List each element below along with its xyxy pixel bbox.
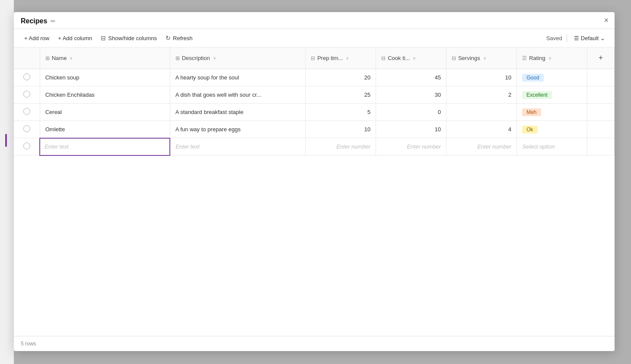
prep-col-icon: ⊟	[311, 55, 315, 61]
toolbar-right: Saved ☰ Default ⌄	[546, 33, 608, 43]
edit-title-icon[interactable]: ✏	[51, 18, 56, 25]
row4-serv-cell[interactable]: 4	[446, 121, 517, 138]
new-row-extra-cell	[587, 138, 615, 155]
new-row-desc-placeholder: Enter text	[175, 143, 200, 150]
new-row-cook-cell[interactable]: Enter number	[376, 138, 446, 155]
row4-prep-cell[interactable]: 10	[306, 121, 376, 138]
table-row: Chicken soup A hearty soup for the soul …	[14, 69, 615, 86]
row1-rating-badge: Good	[522, 74, 543, 82]
rating-col-label: Rating	[529, 55, 545, 61]
row2-name-cell[interactable]: Chicken Enchiladas	[40, 86, 170, 104]
add-row-button[interactable]: + Add row	[21, 33, 53, 44]
row4-checkbox-cell	[14, 121, 40, 138]
col-header-prep-time[interactable]: ⊟ Prep tim... ∨	[306, 47, 376, 69]
prep-col-label: Prep tim...	[317, 55, 343, 61]
row4-description-cell[interactable]: A fun way to prepare eggs	[170, 121, 306, 138]
toolbar-separator	[567, 34, 567, 42]
desc-col-label: Description	[182, 55, 210, 61]
modal-title: Recipes	[21, 17, 47, 25]
row3-checkbox-cell	[14, 104, 40, 121]
row3-serv-cell[interactable]	[446, 104, 517, 121]
row3-description-cell[interactable]: A standard breakfast staple	[170, 104, 306, 121]
default-view-button[interactable]: ☰ Default ⌄	[571, 33, 608, 43]
serv-col-icon: ⊟	[452, 55, 456, 61]
col-header-rating[interactable]: ☰ Rating ∨	[517, 47, 587, 69]
cook-sort-icon: ∨	[413, 56, 416, 60]
row1-cook-cell[interactable]: 45	[376, 69, 446, 86]
row2-cook-cell[interactable]: 30	[376, 86, 446, 104]
row2-radio[interactable]	[23, 91, 30, 98]
row1-rating-cell[interactable]: Good	[517, 69, 587, 86]
row3-extra-cell	[587, 104, 615, 121]
row3-name-cell[interactable]: Cereal	[40, 104, 170, 121]
row1-radio[interactable]	[23, 73, 30, 80]
add-column-plus-button[interactable]: +	[595, 52, 607, 64]
desc-col-icon: ⊞	[175, 55, 180, 61]
new-row-radio[interactable]	[23, 142, 30, 149]
row4-radio[interactable]	[23, 125, 30, 132]
refresh-button[interactable]: ↻ Refresh	[162, 32, 196, 44]
row4-rating-cell[interactable]: Ok	[517, 121, 587, 138]
row1-checkbox-cell	[14, 69, 40, 86]
col-header-cook-time[interactable]: ⊟ Cook ti... ∨	[376, 47, 446, 69]
table-header-row: ⊞ Name ∨ ⊞ Description ∨	[14, 47, 615, 69]
table-container: ⊞ Name ∨ ⊞ Description ∨	[14, 47, 615, 336]
new-row-prep-cell[interactable]: Enter number	[306, 138, 376, 155]
new-row-prep-placeholder: Enter number	[336, 143, 370, 150]
name-col-icon: ⊞	[45, 55, 50, 61]
name-sort-icon: ∨	[70, 56, 73, 60]
list-view-icon: ☰	[574, 35, 579, 41]
col-header-description[interactable]: ⊞ Description ∨	[170, 47, 306, 69]
serv-col-label: Servings	[458, 55, 480, 61]
row3-rating-cell[interactable]: Meh	[517, 104, 587, 121]
row4-cook-cell[interactable]: 10	[376, 121, 446, 138]
add-column-button[interactable]: + Add column	[54, 33, 96, 44]
recipes-table: ⊞ Name ∨ ⊞ Description ∨	[14, 47, 615, 156]
row4-name-cell[interactable]: Omlette	[40, 121, 170, 138]
col-header-name[interactable]: ⊞ Name ∨	[40, 47, 170, 69]
row3-cook-cell[interactable]: 0	[376, 104, 446, 121]
row3-rating-badge: Meh	[522, 108, 541, 116]
col-header-checkbox	[14, 47, 40, 69]
recipes-modal: Recipes ✏ × + Add row + Add column ⊟ Sho…	[14, 12, 615, 351]
rating-sort-icon: ∨	[548, 56, 551, 60]
left-sidebar	[0, 0, 14, 364]
cook-col-icon: ⊟	[381, 55, 386, 61]
row1-serv-cell[interactable]: 10	[446, 69, 517, 86]
table-footer: 5 rows	[14, 336, 615, 351]
row2-extra-cell	[587, 86, 615, 104]
row1-prep-cell[interactable]: 20	[306, 69, 376, 86]
col-header-add[interactable]: +	[587, 47, 615, 69]
new-row-cook-placeholder: Enter number	[407, 143, 441, 150]
new-row-serv-cell[interactable]: Enter number	[446, 138, 517, 155]
rating-col-icon: ☰	[522, 55, 527, 61]
row4-extra-cell	[587, 121, 615, 138]
new-row-name-cell[interactable]: Enter text	[40, 138, 170, 155]
row2-rating-badge: Excellent	[522, 91, 552, 99]
row2-prep-cell[interactable]: 25	[306, 86, 376, 104]
purple-indicator	[5, 134, 7, 147]
row2-description-cell[interactable]: A dish that goes well with sour cr...	[170, 86, 306, 104]
new-row-description-cell[interactable]: Enter text	[170, 138, 306, 155]
toolbar: + Add row + Add column ⊟ Show/hide colum…	[14, 29, 615, 47]
new-row-serv-placeholder: Enter number	[477, 143, 511, 150]
new-row-rating-cell[interactable]: Select option	[517, 138, 587, 155]
table-row: Chicken Enchiladas A dish that goes well…	[14, 86, 615, 104]
row3-radio[interactable]	[23, 108, 30, 115]
row3-prep-cell[interactable]: 5	[306, 104, 376, 121]
close-button[interactable]: ×	[604, 16, 609, 24]
row1-name-cell[interactable]: Chicken soup	[40, 69, 170, 86]
serv-sort-icon: ∨	[483, 56, 486, 60]
row1-description-cell[interactable]: A hearty soup for the soul	[170, 69, 306, 86]
row2-serv-cell[interactable]: 2	[446, 86, 517, 104]
show-hide-columns-button[interactable]: ⊟ Show/hide columns	[97, 32, 160, 44]
table-row: Omlette A fun way to prepare eggs 10 10 …	[14, 121, 615, 138]
row2-checkbox-cell	[14, 86, 40, 104]
default-label: Default	[581, 35, 599, 41]
row2-rating-cell[interactable]: Excellent	[517, 86, 587, 104]
col-header-servings[interactable]: ⊟ Servings ∨	[446, 47, 517, 69]
new-row-rating-placeholder: Select option	[522, 143, 555, 150]
saved-status: Saved	[546, 35, 562, 41]
refresh-label: Refresh	[173, 35, 193, 41]
desc-sort-icon: ∨	[213, 56, 216, 60]
